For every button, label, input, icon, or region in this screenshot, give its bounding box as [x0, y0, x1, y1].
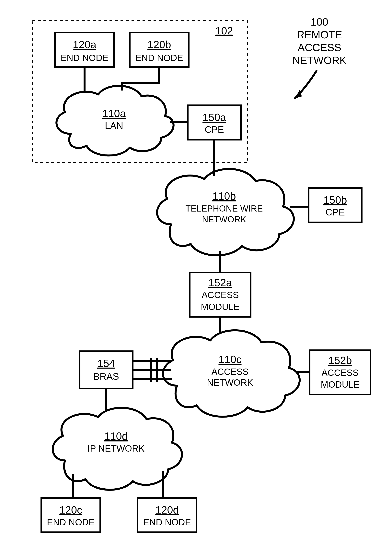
end-node-120c-ref: 120c: [59, 504, 82, 516]
telephone-cloud-ref: 110b: [212, 190, 236, 202]
title-line3: NETWORK: [292, 54, 347, 66]
access-module-152a: 152a ACCESS MODULE: [190, 273, 251, 317]
cpe-150b-ref: 150b: [323, 194, 347, 206]
cpe-150a: 150a CPE: [188, 105, 241, 140]
bras-ref: 154: [97, 357, 115, 369]
access-cloud-110c: 110c ACCESS NETWORK: [163, 330, 300, 417]
ip-cloud-ref: 110d: [104, 430, 128, 442]
diagram-title: 100 REMOTE ACCESS NETWORK: [292, 16, 347, 98]
access-module-152a-line1: ACCESS: [201, 290, 239, 300]
access-module-152b: 152b ACCESS MODULE: [310, 350, 371, 394]
access-module-152a-ref: 152a: [208, 277, 232, 289]
access-cloud-ref: 110c: [218, 353, 241, 365]
end-node-120a-label: END NODE: [61, 53, 108, 63]
end-node-120d: 120d END NODE: [138, 498, 196, 532]
title-line2: ACCESS: [298, 42, 341, 53]
cpe-150a-label: CPE: [205, 124, 224, 135]
access-module-152b-line1: ACCESS: [322, 368, 359, 378]
cpe-150a-ref: 150a: [202, 111, 226, 123]
bras-label: BRAS: [93, 371, 119, 382]
telephone-cloud-line2: NETWORK: [202, 214, 246, 224]
end-node-120c-label: END NODE: [47, 517, 95, 527]
cpe-150b: 150b CPE: [309, 188, 362, 222]
access-module-152b-ref: 152b: [328, 354, 352, 366]
title-line1: REMOTE: [297, 29, 342, 41]
bras-154: 154 BRAS: [80, 351, 133, 389]
end-node-120b-label: END NODE: [135, 53, 183, 63]
telephone-cloud-110b: 110b TELEPHONE WIRE NETWORK: [157, 169, 294, 256]
access-cloud-line1: ACCESS: [211, 367, 248, 377]
svg-rect-6: [80, 351, 133, 389]
lan-cloud-110a: 110a LAN: [56, 86, 174, 156]
premises-ref: 102: [215, 25, 233, 37]
end-node-120a-ref: 120a: [73, 38, 97, 50]
access-module-152a-line2: MODULE: [201, 302, 240, 312]
access-module-152b-line2: MODULE: [321, 379, 359, 390]
end-node-120d-label: END NODE: [143, 517, 191, 527]
end-node-120a: 120a END NODE: [55, 33, 114, 67]
link-bras-access-multi: [133, 358, 172, 382]
end-node-120c: 120c END NODE: [41, 498, 100, 532]
lan-cloud-ref: 110a: [102, 107, 126, 119]
end-node-120b-ref: 120b: [147, 38, 171, 50]
title-ref: 100: [311, 16, 328, 28]
telephone-cloud-line1: TELEPHONE WIRE: [185, 204, 263, 213]
ip-cloud-label: IP NETWORK: [88, 443, 145, 454]
lan-cloud-label: LAN: [105, 120, 123, 131]
cpe-150b-label: CPE: [326, 207, 345, 218]
end-node-120d-ref: 120d: [155, 504, 179, 516]
access-cloud-line2: NETWORK: [207, 377, 253, 388]
end-node-120b: 120b END NODE: [130, 33, 189, 67]
